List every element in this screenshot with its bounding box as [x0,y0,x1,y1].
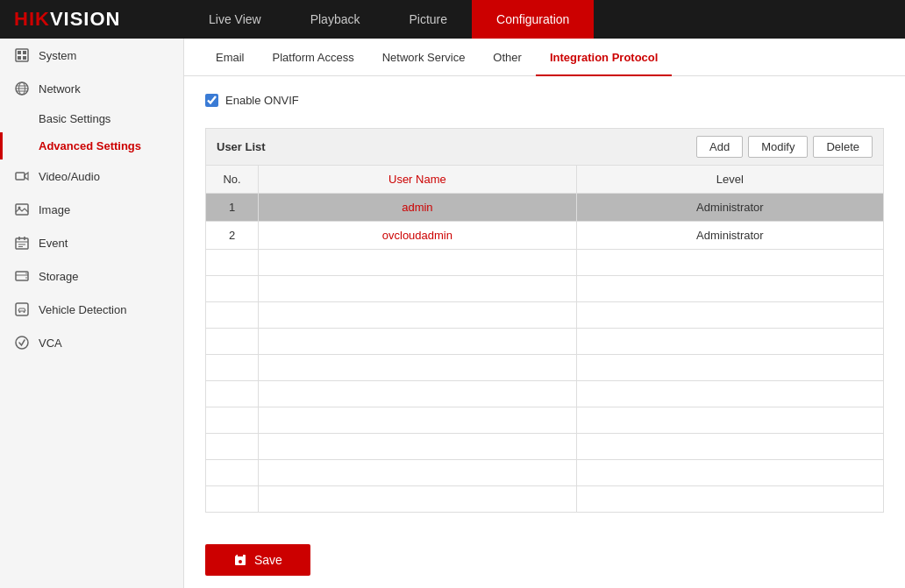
main-layout: System Network Basic Settings Advanced S… [0,39,905,588]
storage-icon [14,268,30,284]
table-row-empty-7 [206,407,884,434]
add-button[interactable]: Add [696,136,743,158]
sidebar-item-image[interactable]: Image [0,193,183,226]
nav-picture[interactable]: Picture [384,0,472,39]
sidebar-item-image-label: Image [39,203,70,216]
enable-onvif-row: Enable ONVIF [205,94,884,107]
sidebar-item-vca-label: VCA [39,337,62,350]
sidebar-item-system-label: System [39,49,76,62]
row1-no: 1 [206,194,259,222]
svg-point-27 [16,337,28,349]
row2-username: ovcloudadmin [259,222,577,250]
nav-configuration[interactable]: Configuration [472,0,594,39]
nav-playback[interactable]: Playback [286,0,385,39]
tab-platform-access[interactable]: Platform Access [259,39,368,76]
svg-rect-12 [16,204,28,215]
logo-text: HIKVISION [14,8,120,31]
tab-email[interactable]: Email [202,39,259,76]
table-row-empty-10 [206,486,884,513]
top-navigation: HIKVISION Live View Playback Picture Con… [0,0,905,39]
table-row[interactable]: 2 ovcloudadmin Administrator [206,222,884,250]
svg-rect-3 [18,56,21,60]
svg-rect-1 [18,51,21,54]
svg-rect-14 [16,238,28,249]
system-icon [14,47,30,63]
user-table: No. User Name Level 1 admin Administrato… [205,165,884,513]
video-audio-icon [14,168,30,184]
table-row-empty-6 [206,381,884,407]
nav-items: Live View Playback Picture Configuration [184,0,594,39]
col-header-level: Level [576,166,883,194]
modify-button[interactable]: Modify [748,136,808,158]
tabs-bar: Email Platform Access Network Service Ot… [184,39,905,76]
user-list-actions: Add Modify Delete [696,136,873,158]
vehicle-detection-icon [14,301,30,317]
sidebar: System Network Basic Settings Advanced S… [0,39,184,588]
logo-hik: HIK [14,8,50,30]
sidebar-item-system[interactable]: System [0,39,183,72]
sidebar-item-network-label: Network [39,82,81,96]
col-header-no: No. [206,166,259,194]
sidebar-item-video-audio-label: Video/Audio [39,170,100,183]
sidebar-item-vehicle-detection[interactable]: Vehicle Detection [0,293,183,326]
sidebar-item-network[interactable]: Network [0,72,183,105]
table-row-empty-2 [206,276,884,302]
save-area: Save [184,530,905,588]
row1-level: Administrator [576,194,883,222]
col-header-username: User Name [259,166,577,194]
save-button[interactable]: Save [205,544,310,576]
save-icon [233,553,247,567]
nav-live-view[interactable]: Live View [184,0,286,39]
user-list-header: User List Add Modify Delete [205,128,884,165]
delete-button[interactable]: Delete [813,136,873,158]
tab-other[interactable]: Other [479,39,536,76]
event-icon [14,235,30,251]
svg-rect-10 [16,173,25,180]
svg-rect-24 [16,303,28,315]
table-row-empty-4 [206,329,884,355]
sidebar-item-storage-label: Storage [39,270,79,283]
save-label: Save [254,553,282,567]
user-list-section: User List Add Modify Delete No. User Nam… [205,128,884,513]
sidebar-item-advanced-settings[interactable]: Advanced Settings [0,132,183,159]
table-row-empty-1 [206,250,884,276]
svg-point-25 [19,311,21,313]
row1-username: admin [259,194,577,222]
image-icon [14,202,30,217]
row2-no: 2 [206,222,259,250]
enable-onvif-checkbox[interactable] [205,94,218,107]
svg-point-26 [24,311,25,313]
table-row-empty-3 [206,302,884,329]
sidebar-item-storage[interactable]: Storage [0,259,183,293]
tab-integration-protocol[interactable]: Integration Protocol [536,39,673,76]
table-row[interactable]: 1 admin Administrator [206,194,884,222]
sidebar-item-vehicle-detection-label: Vehicle Detection [39,303,126,316]
table-row-empty-8 [206,434,884,460]
row2-level: Administrator [576,222,883,250]
logo-vision: VISION [50,8,121,30]
sidebar-item-event-label: Event [39,237,68,250]
vca-icon [14,335,30,351]
content-area: Enable ONVIF User List Add Modify Delete… [184,76,905,530]
tab-network-service[interactable]: Network Service [368,39,480,76]
sidebar-item-video-audio[interactable]: Video/Audio [0,159,183,193]
svg-point-22 [25,273,27,274]
user-list-title: User List [217,140,266,153]
sidebar-item-basic-settings[interactable]: Basic Settings [0,105,183,132]
table-row-empty-5 [206,355,884,381]
enable-onvif-label: Enable ONVIF [225,94,299,107]
main-content: Email Platform Access Network Service Ot… [184,39,905,588]
table-row-empty-9 [206,460,884,486]
sidebar-item-event[interactable]: Event [0,226,183,259]
svg-point-23 [25,277,27,279]
logo: HIKVISION [0,8,184,31]
svg-rect-4 [23,56,26,60]
network-icon [14,81,30,96]
svg-rect-2 [23,51,26,54]
sidebar-item-vca[interactable]: VCA [0,326,183,359]
